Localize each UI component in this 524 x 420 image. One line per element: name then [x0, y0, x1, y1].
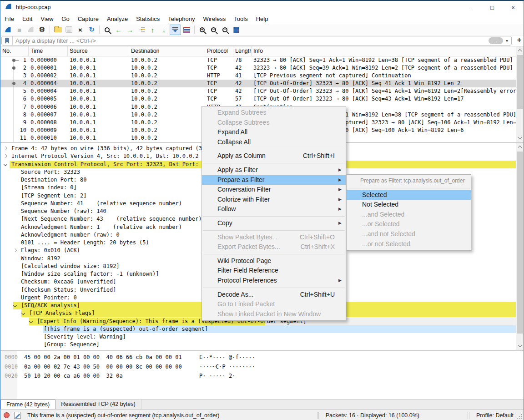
open-capture-icon[interactable] — [52, 25, 63, 35]
filter-dropdown-icon[interactable]: ▾ — [506, 38, 508, 43]
menu-item-conversation-filter[interactable]: Conversation Filter▶ — [202, 185, 346, 195]
byte-tab-reassembled-tcp-42-bytes[interactable]: Reassembled TCP (42 bytes) — [55, 400, 141, 409]
menu-separator — [203, 216, 345, 217]
menubar-help[interactable]: Help — [252, 14, 272, 24]
menubar-statistics[interactable]: Statistics — [132, 14, 164, 24]
scroll-up-icon[interactable] — [518, 146, 522, 149]
column-header-no[interactable]: No. — [0, 46, 29, 56]
collapsed-arrow-icon[interactable] — [4, 154, 7, 158]
scroll-down-icon[interactable] — [518, 344, 522, 347]
maximize-button[interactable]: □ — [482, 1, 503, 14]
menu-item-collapse-all[interactable]: Collapse All — [202, 137, 346, 147]
display-filter-input[interactable] — [13, 37, 489, 44]
packet-list-scrollbar[interactable] — [516, 46, 524, 142]
menubar-go[interactable]: Go — [57, 14, 73, 24]
filter-bookmark-icon[interactable] — [2, 36, 13, 45]
submenu-item-or-selected: ...or Selected — [347, 219, 471, 229]
menubar-telephony[interactable]: Telephony — [164, 14, 199, 24]
menu-separator — [203, 254, 345, 254]
packet-row-2[interactable]: 20.00000110.0.0.110.0.0.2TCP4232323 → 80… — [0, 64, 516, 72]
main-toolbar: ■⚙×↻←→→↑↓+−=▦ — [0, 24, 524, 35]
related-packets-line — [14, 60, 14, 142]
menu-item-filter-field-reference[interactable]: Filter Field Reference — [202, 266, 346, 276]
detail-row[interactable]: [Group: Sequence] — [0, 341, 524, 349]
hex-row[interactable]: 002050 10 20 00 ca a6 00 00 32 0aP· ····… — [0, 373, 524, 382]
scrollbar-thumb[interactable] — [517, 55, 523, 109]
zoom-original-icon[interactable]: = — [219, 25, 231, 35]
menu-item-colorize-with-filter[interactable]: Colorize with Filter▶ — [202, 195, 346, 205]
packet-row-4[interactable]: 40.00000410.0.0.110.0.0.2TCP42[TCP Out-O… — [0, 80, 516, 87]
zoom-out-icon[interactable]: − — [208, 25, 219, 35]
packet-row-3[interactable]: 30.00000210.0.0.110.0.0.2HTTP41[TCP Prev… — [0, 72, 516, 80]
profile-status[interactable]: Profile: Default — [473, 412, 517, 419]
packet-row-5[interactable]: 50.00000410.0.0.110.0.0.2TCP42[TCP Out-O… — [0, 87, 516, 95]
menu-item-apply-as-column[interactable]: Apply as ColumnCtrl+Shift+I — [202, 151, 346, 161]
expanded-arrow-icon[interactable] — [4, 162, 7, 166]
close-button[interactable]: × — [503, 1, 524, 14]
filter-add-button[interactable]: + — [517, 36, 521, 44]
menu-item-apply-as-filter[interactable]: Apply as Filter▶ — [202, 165, 346, 175]
find-packet-icon[interactable] — [101, 25, 113, 35]
byte-tab-frame-42-bytes[interactable]: Frame (42 bytes) — [0, 400, 55, 409]
menubar-wireless[interactable]: Wireless — [199, 14, 230, 24]
close-capture-icon[interactable]: × — [75, 25, 86, 35]
menu-item-decode-as[interactable]: Decode As...Ctrl+Shift+U — [202, 290, 346, 300]
scroll-up-icon[interactable] — [518, 49, 522, 53]
packet-row-1[interactable]: 10.00000010.0.0.110.0.0.2TCP7832323 → 80… — [0, 56, 516, 64]
menubar-view[interactable]: View — [36, 14, 57, 24]
menu-item-protocol-preferences[interactable]: Protocol Preferences▶ — [202, 276, 346, 286]
start-capture-icon[interactable] — [2, 25, 14, 35]
go-back-icon[interactable]: ← — [113, 25, 124, 35]
restart-capture-icon — [25, 25, 36, 35]
hex-row[interactable]: 00100a 00 00 02 7e 43 00 50 00 00 00 8c … — [0, 364, 524, 373]
detail-row[interactable]: [Severity level: Warning] — [0, 333, 524, 341]
menubar-file[interactable]: File — [0, 14, 18, 24]
hex-ascii: ····~C·P ········ — [199, 364, 255, 370]
window-title: http-ooo.pcap — [16, 4, 50, 10]
menu-item-expand-subtrees: Expand Subtrees — [202, 108, 346, 118]
hex-row[interactable]: 000045 00 00 2a 00 01 00 00 40 06 66 cb … — [0, 354, 524, 364]
menubar-edit[interactable]: Edit — [18, 14, 36, 24]
collapsed-arrow-icon[interactable] — [13, 248, 17, 252]
submenu-arrow-icon: ▶ — [338, 204, 342, 214]
resize-grip[interactable] — [517, 414, 522, 419]
column-header-info[interactable]: Info — [252, 46, 524, 56]
menu-item-wiki-protocol-page[interactable]: Wiki Protocol Page — [202, 256, 346, 266]
menu-item-prepare-as-filter[interactable]: Prepare as Filter▶ — [202, 175, 346, 185]
column-header-time[interactable]: Time — [29, 46, 68, 56]
capture-comment-icon[interactable] — [14, 412, 21, 419]
packet-row-6[interactable]: 60.00000510.0.0.110.0.0.2TCP57[TCP Out-O… — [0, 95, 516, 103]
minimize-button[interactable]: – — [461, 1, 482, 14]
menu-item-follow[interactable]: Follow▶ — [202, 204, 346, 214]
zoom-in-icon[interactable]: + — [196, 25, 208, 35]
reload-capture-icon[interactable]: ↻ — [86, 25, 97, 35]
detail-row[interactable]: [Timestamps] — [0, 349, 524, 350]
go-to-packet-icon[interactable]: → — [136, 25, 147, 35]
go-last-packet-icon[interactable]: ↓ — [158, 25, 170, 35]
resize-columns-icon[interactable]: ▦ — [231, 25, 242, 35]
menubar-analyze[interactable]: Analyze — [103, 14, 132, 24]
column-header-destination[interactable]: Destination — [129, 46, 205, 56]
column-header-source[interactable]: Source — [68, 46, 129, 56]
detail-row[interactable]: [This frame is a (suspected) out-of-orde… — [0, 325, 524, 333]
menubar-tools[interactable]: Tools — [230, 14, 252, 24]
auto-scroll-icon[interactable] — [170, 25, 181, 35]
detail-scrollbar[interactable] — [516, 143, 524, 350]
capture-options-icon[interactable]: ⚙ — [36, 25, 48, 35]
go-first-packet-icon[interactable]: ↑ — [147, 25, 158, 35]
menu-item-expand-all[interactable]: Expand All — [202, 127, 346, 137]
submenu-item-not-selected[interactable]: Not Selected — [347, 200, 471, 210]
collapsed-arrow-icon[interactable] — [4, 147, 7, 150]
menubar-capture[interactable]: Capture — [74, 14, 103, 24]
column-header-protocol[interactable]: Protocol — [205, 46, 233, 56]
filter-apply-icon[interactable]: → — [489, 37, 503, 44]
expert-info-icon[interactable] — [4, 412, 10, 418]
scroll-down-icon[interactable] — [518, 136, 522, 139]
scrollbar-thumb[interactable] — [517, 152, 523, 334]
colorize-packets-icon[interactable] — [181, 25, 192, 35]
hex-bytes: 45 00 00 2a 00 01 00 00 40 06 66 cb 0a 0… — [18, 354, 182, 360]
column-header-length[interactable]: Length — [233, 46, 252, 56]
submenu-item-selected[interactable]: Selected — [347, 190, 471, 200]
menu-item-copy[interactable]: Copy▶ — [202, 218, 346, 228]
go-forward-icon[interactable]: → — [124, 25, 136, 35]
